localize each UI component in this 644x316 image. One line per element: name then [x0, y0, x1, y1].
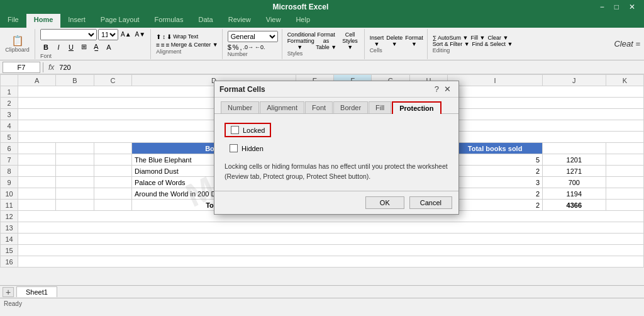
app-title: Microsoft Excel	[5, 3, 596, 11]
col-header-a[interactable]: A	[18, 75, 56, 86]
minimize-btn[interactable]: −	[596, 3, 608, 11]
hidden-checkbox[interactable]	[230, 144, 238, 152]
font-name-select[interactable]: F7	[40, 29, 97, 40]
tab-review[interactable]: Review	[221, 14, 258, 28]
clear-btn[interactable]: Clear ▼	[487, 35, 508, 41]
dialog-tab-fill[interactable]: Fill	[369, 101, 391, 113]
dialog-close-btn[interactable]: ✕	[441, 84, 453, 94]
number-format-select[interactable]: General	[228, 31, 278, 42]
ribbon-tabs-bar: File Home Insert Page Layout Formulas Da…	[0, 14, 644, 28]
paste-btn[interactable]: 📋	[11, 35, 24, 47]
delete-cells-btn[interactable]: Delete▼	[386, 35, 402, 47]
fill-btn[interactable]: Fill ▼	[471, 35, 486, 41]
fill-color-btn[interactable]: A̲	[91, 42, 102, 53]
table-row: 13	[1, 222, 644, 234]
font-label: Font	[40, 53, 147, 59]
format-as-table-btn[interactable]: Format asTable ▼	[315, 31, 338, 50]
tab-insert[interactable]: Insert	[60, 14, 93, 28]
table-row: 15	[1, 245, 644, 256]
cell-styles-btn[interactable]: CellStyles ▼	[340, 31, 360, 50]
left-align-btn[interactable]: ≡	[156, 42, 160, 48]
locked-checkbox[interactable]	[231, 126, 239, 134]
cells-label: Cells	[370, 47, 423, 54]
underline-btn[interactable]: U	[65, 42, 77, 53]
autosum-btn[interactable]: ∑ AutoSum ▼	[433, 35, 469, 41]
styles-label: Styles	[287, 50, 360, 57]
dialog-tab-alignment[interactable]: Alignment	[260, 101, 304, 113]
bold-btn[interactable]: B	[40, 42, 52, 53]
find-select-btn[interactable]: Find & Select ▼	[472, 41, 513, 47]
font-color-btn[interactable]: A	[103, 42, 114, 53]
name-box[interactable]	[3, 62, 40, 73]
increase-font-btn[interactable]: A▲	[119, 31, 133, 38]
main-area: MAB A B C D E F G H I J K	[0, 74, 644, 285]
formula-input[interactable]	[59, 62, 641, 73]
merge-center-btn[interactable]: Merge & Center ▼	[171, 42, 218, 48]
format-cells-dialog[interactable]: Format Cells ? ✕ Number Alignment Font B…	[214, 81, 459, 215]
dialog-ok-btn[interactable]: OK	[365, 196, 404, 209]
currency-btn[interactable]: $	[228, 43, 231, 51]
col-header-b[interactable]: B	[56, 75, 94, 86]
conditional-formatting-btn[interactable]: ConditionalFormatting ▼	[287, 31, 313, 50]
tab-help[interactable]: Help	[288, 14, 318, 28]
dialog-help-btn[interactable]: ?	[432, 84, 441, 94]
top-align-btn[interactable]: ⬆	[156, 33, 161, 40]
alignment-group: ⬆ ↕ ⬇ Wrap Text ≡ ≡ ≡ Merge & Center ▼ A…	[152, 29, 222, 59]
decrease-decimal-btn[interactable]: ←0.	[255, 43, 265, 51]
dialog-footer: OK Cancel	[214, 191, 458, 214]
add-sheet-btn[interactable]: +	[3, 287, 14, 297]
dialog-tab-border[interactable]: Border	[333, 101, 368, 113]
close-btn[interactable]: ✕	[625, 3, 639, 11]
comma-btn[interactable]: ,	[240, 43, 242, 51]
decrease-font-btn[interactable]: A▼	[134, 31, 147, 38]
right-align-btn[interactable]: ≡	[166, 42, 170, 48]
font-size-select[interactable]: 11	[98, 29, 118, 40]
increase-decimal-btn[interactable]: .0→	[243, 43, 254, 51]
tab-data[interactable]: Data	[191, 14, 220, 28]
col-header-j[interactable]: J	[543, 75, 606, 86]
formula-bar: fx	[0, 60, 644, 74]
middle-align-btn[interactable]: ↕	[162, 33, 165, 40]
clipboard-label: Clipboard	[5, 47, 30, 53]
window-controls: − □ ✕	[596, 3, 639, 11]
col-header-i[interactable]: I	[448, 75, 543, 86]
wrap-text-btn[interactable]: Wrap Text	[173, 33, 198, 40]
status-bar: Ready	[0, 298, 644, 309]
format-cells-btn[interactable]: Format▼	[405, 35, 423, 47]
locked-label: Locked	[243, 127, 265, 134]
border-btn[interactable]: ⊞	[78, 42, 89, 53]
tab-pagelayout[interactable]: Page Layout	[93, 14, 147, 28]
bottom-align-btn[interactable]: ⬇	[167, 33, 172, 40]
table-row: 16	[1, 256, 644, 268]
cells-group: Insert▼ Delete▼ Format▼ Cells	[366, 29, 428, 59]
cleat-label: Cleat =	[614, 39, 640, 48]
ready-label: Ready	[4, 300, 22, 307]
tab-view[interactable]: View	[258, 14, 289, 28]
sheet-tab-sheet1[interactable]: Sheet1	[16, 286, 57, 297]
toolbar: 📋 Clipboard F7 11 A▲ A▼ B I U ⊞ A̲ A Fon…	[0, 28, 644, 60]
number-group: General $ % , .0→ ←0. Number	[224, 29, 282, 59]
hidden-option-row: Hidden	[225, 142, 269, 154]
editing-group: ∑ AutoSum ▼ Fill ▼ Clear ▼ Sort & Filter…	[429, 29, 517, 59]
maximize-btn[interactable]: □	[611, 3, 623, 11]
col-header-k[interactable]: K	[606, 75, 643, 86]
tab-formulas[interactable]: Formulas	[147, 14, 191, 28]
dialog-tab-number[interactable]: Number	[221, 101, 259, 113]
insert-cells-btn[interactable]: Insert▼	[370, 35, 384, 47]
dialog-titlebar: Format Cells ? ✕	[214, 81, 458, 98]
fx-icon: fx	[46, 63, 57, 72]
dialog-tab-font[interactable]: Font	[305, 101, 333, 113]
sort-filter-btn[interactable]: Sort & Filter ▼	[433, 41, 470, 47]
number-label: Number	[228, 51, 278, 57]
dialog-cancel-btn[interactable]: Cancel	[409, 196, 452, 209]
dialog-tabs-bar: Number Alignment Font Border Fill Protec…	[214, 98, 458, 114]
center-align-btn[interactable]: ≡	[161, 42, 165, 48]
ribbon-bar: Microsoft Excel − □ ✕	[0, 0, 644, 14]
tab-home[interactable]: Home	[26, 14, 61, 28]
italic-btn[interactable]: I	[53, 42, 64, 53]
percent-btn[interactable]: %	[233, 43, 239, 51]
col-header-c[interactable]: C	[94, 75, 131, 86]
tab-file[interactable]: File	[0, 14, 26, 28]
dialog-tab-protection[interactable]: Protection	[392, 101, 441, 114]
hidden-label: Hidden	[242, 145, 264, 152]
